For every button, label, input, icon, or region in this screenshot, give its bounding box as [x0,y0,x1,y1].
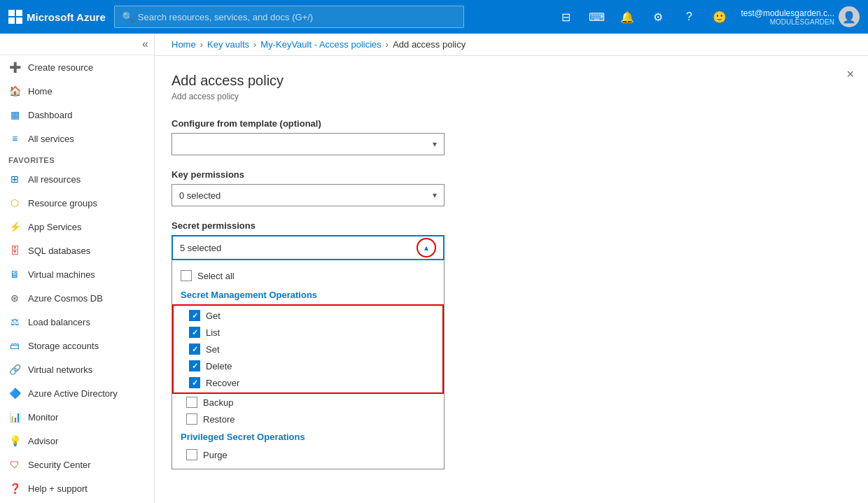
sidebar-item-monitor[interactable]: 📊 Monitor [0,405,154,429]
sidebar-item-dashboard[interactable]: ▦ Dashboard [0,103,154,127]
checkbox-row-purge: Purge [172,446,444,463]
breadcrumb-sep-3: › [386,39,388,50]
checkbox-row-delete: Delete [175,357,441,374]
secret-permissions-header[interactable]: 5 selected ▴ [173,236,443,259]
sidebar-item-storage-accounts[interactable]: 🗃 Storage accounts [0,334,154,357]
set-checkbox[interactable] [189,343,200,355]
sidebar-label-app-services: App Services [28,222,82,232]
sidebar-item-help-support[interactable]: ❓ Help + support [0,476,154,500]
sidebar-item-sql-databases[interactable]: 🗄 SQL databases [0,239,154,262]
secret-permissions-dropdown-list: Select all Secret Management Operations … [172,260,444,469]
avatar: 👤 [839,6,860,27]
sidebar-item-cosmos-db[interactable]: ⊛ Azure Cosmos DB [0,286,154,310]
purge-checkbox[interactable] [186,449,197,460]
sidebar-item-azure-active-directory[interactable]: 🔷 Azure Active Directory [0,381,154,405]
search-icon: 🔍 [122,11,134,22]
sidebar: « ➕ Create resource 🏠 Home ▦ Dashboard ≡… [0,34,155,503]
restore-label: Restore [203,414,235,425]
sidebar-item-virtual-networks[interactable]: 🔗 Virtual networks [0,357,154,381]
set-label: Set [206,344,220,355]
key-permissions-group: Key permissions 0 selected ▾ [172,169,851,206]
checkbox-row-set: Set [175,341,441,357]
panel: Add access policy Add access policy × Co… [155,56,868,503]
content-area: Home › Key vaults › My-KeyVault - Access… [155,34,868,503]
sidebar-label-dashboard: Dashboard [28,110,73,120]
breadcrumb-home[interactable]: Home [172,39,196,50]
sidebar-label-monitor: Monitor [28,412,58,423]
sidebar-label-all-services: All services [28,134,74,144]
sidebar-item-virtual-machines[interactable]: 🖥 Virtual machines [0,262,154,286]
brand-name: Microsoft Azure [27,11,106,23]
panel-close-button[interactable]: × [846,67,854,82]
configure-template-label: Configure from template (optional) [172,118,851,129]
sidebar-item-load-balancers[interactable]: ⚖ Load balancers [0,310,154,334]
delete-checkbox[interactable] [189,360,200,371]
security-icon: 🛡 [8,458,21,471]
help-icon[interactable]: ? [679,7,699,27]
all-services-icon: ≡ [8,132,21,145]
breadcrumb-sep-2: › [253,39,256,50]
secret-permissions-group: Secret permissions 5 selected ▴ Select a… [172,220,851,469]
advisor-icon: 💡 [8,434,21,447]
help-support-icon: ❓ [8,482,21,495]
configure-template-group: Configure from template (optional) ▾ [172,118,851,155]
key-permissions-dropdown[interactable]: 0 selected ▾ [172,184,444,206]
svg-rect-3 [16,17,22,24]
user-email: test@modulesgarden.c... [741,8,834,18]
list-checkbox[interactable] [189,327,200,338]
sidebar-item-app-services[interactable]: ⚡ App Services [0,215,154,239]
panel-title: Add access policy [172,73,851,89]
get-checkbox[interactable] [189,310,200,321]
restore-checkbox[interactable] [186,413,197,425]
key-permissions-value: 0 selected [179,190,220,201]
smiley-icon[interactable]: 🙂 [710,7,729,27]
cloud-shell-icon[interactable]: ⌨ [587,7,606,27]
monitor-icon: 📊 [8,411,21,423]
checkbox-row-recover: Recover [175,374,441,391]
user-area[interactable]: test@modulesgarden.c... MODULESGARDEN 👤 [741,6,860,27]
sidebar-item-cost-management[interactable]: 💰 Cost Management + Billing [0,500,154,503]
sidebar-collapse-area: « [0,34,154,55]
sidebar-label-home: Home [28,86,52,97]
secret-permissions-label: Secret permissions [172,220,851,231]
checkbox-row-list: List [175,324,441,341]
sidebar-item-security-center[interactable]: 🛡 Security Center [0,453,154,476]
sidebar-label-sql-databases: SQL databases [28,246,90,256]
breadcrumb-sep-1: › [200,39,203,50]
key-permissions-label: Key permissions [172,169,851,180]
search-input[interactable] [138,12,456,22]
storage-icon: 🗃 [8,339,21,352]
collapse-sidebar-button[interactable]: « [142,38,148,50]
recover-checkbox[interactable] [189,377,200,388]
topbar: Microsoft Azure 🔍 ⊟ ⌨ 🔔 ⚙ ? 🙂 test@modul… [0,0,868,34]
favorites-label: FAVORITES [0,150,154,167]
brand-logo: Microsoft Azure [8,10,106,24]
secret-permissions-dropdown[interactable]: 5 selected ▴ [172,235,444,260]
sidebar-item-resource-groups[interactable]: ⬡ Resource groups [0,191,154,215]
svg-rect-1 [16,10,22,16]
search-bar[interactable]: 🔍 [114,6,464,28]
notifications-icon[interactable]: 🔔 [617,7,637,27]
configure-template-dropdown[interactable]: ▾ [172,133,444,155]
feedback-icon[interactable]: ⊟ [556,7,575,27]
topbar-icons: ⊟ ⌨ 🔔 ⚙ ? 🙂 test@modulesgarden.c... MODU… [556,6,860,27]
purge-label: Purge [203,450,227,460]
aad-icon: 🔷 [8,387,21,399]
backup-checkbox[interactable] [186,397,197,408]
settings-icon[interactable]: ⚙ [648,7,668,27]
sidebar-item-advisor[interactable]: 💡 Advisor [0,429,154,453]
breadcrumb: Home › Key vaults › My-KeyVault - Access… [155,34,868,56]
sidebar-item-all-resources[interactable]: ⊞ All resources [0,167,154,191]
main-layout: « ➕ Create resource 🏠 Home ▦ Dashboard ≡… [0,34,868,503]
sidebar-label-security-center: Security Center [28,460,91,470]
sidebar-item-create-resource[interactable]: ➕ Create resource [0,55,154,79]
checkbox-row-restore: Restore [172,411,444,427]
breadcrumb-key-vaults[interactable]: Key vaults [207,39,249,50]
breadcrumb-my-keyvault[interactable]: My-KeyVault - Access policies [260,39,381,50]
select-all-checkbox[interactable] [181,270,192,281]
sidebar-label-load-balancers: Load balancers [28,317,90,327]
sidebar-item-home[interactable]: 🏠 Home [0,79,154,103]
sidebar-item-all-services[interactable]: ≡ All services [0,127,154,150]
delete-label: Delete [206,361,232,371]
sidebar-label-all-resources: All resources [28,174,80,185]
